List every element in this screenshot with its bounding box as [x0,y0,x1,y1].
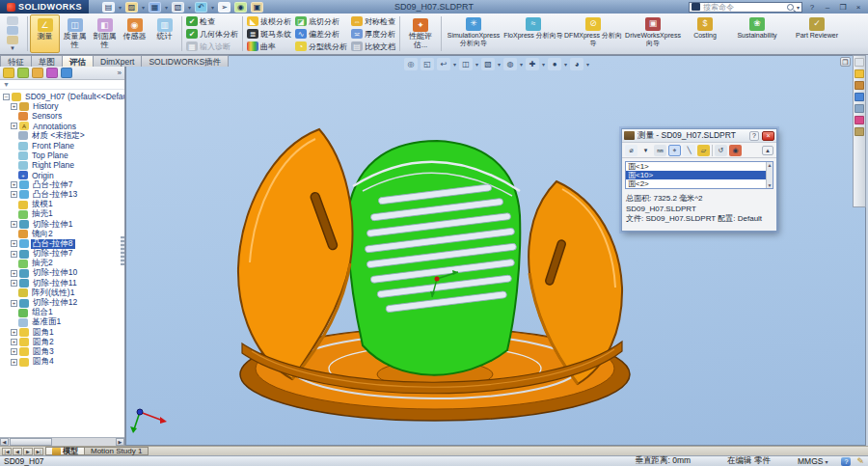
measure-list-scrollbar[interactable]: ▲▼ [766,162,773,188]
tab-DimXpert[interactable]: DimXpert [93,55,142,67]
previous-view-icon[interactable]: ↩ [437,58,450,70]
measure-close-button[interactable]: × [762,131,774,141]
tree-item[interactable]: 基准面1 [0,317,124,327]
headsup-dropdown-icon[interactable]: ▾ [498,61,501,68]
tree-item[interactable]: +凸台-拉伸7 [0,180,124,190]
ribbon-check-button[interactable]: ✔检查 [186,15,238,27]
ribbon-undercut-analysis-button[interactable]: ◪底切分析 [295,15,347,27]
expand-toggle-icon[interactable]: + [11,359,17,366]
ribbon-statistics-button[interactable]: ▥统计 [149,14,179,53]
doc-restore-button[interactable]: ❒ [840,57,851,67]
tree-item[interactable]: +圆角2 [0,338,124,347]
quick-access-dropdown-icon[interactable]: ▾ [188,4,191,11]
measure-help-button[interactable]: ? [749,131,759,141]
hide-show-items-icon[interactable]: ✚ [526,58,539,70]
tree-item[interactable]: +圆角3 [0,347,124,357]
expand-toggle-icon[interactable]: + [11,348,17,355]
ribbon-driveworksxpress-button[interactable]: ▣DriveWorksXpress 向导 [623,14,683,53]
new-document-icon[interactable]: ▤ [102,2,115,13]
tab-草图[interactable]: 草图 [31,55,63,67]
model-3d-view[interactable] [126,56,866,446]
search-commands-input[interactable]: 搜索命令 ▾ [689,2,802,13]
headsup-dropdown-icon[interactable]: ▾ [453,61,456,68]
undo-icon[interactable]: ↶ [195,2,207,13]
dimxpertmanager-icon[interactable] [46,68,58,78]
display-style-icon[interactable]: ◍ [503,58,517,70]
view-palette-icon[interactable] [854,104,864,113]
quick-access-dropdown-icon[interactable]: ▾ [119,4,122,11]
tree-item[interactable]: +切除-拉伸10 [0,268,124,278]
custom-properties-icon[interactable] [854,127,864,136]
tree-item[interactable]: 镜向2 [0,230,124,239]
expand-toggle-icon[interactable]: – [3,94,10,100]
expand-toggle-icon[interactable]: + [11,251,17,258]
strip-flyout-icon[interactable]: ▼ [10,45,15,51]
panel-splitter-handle[interactable] [121,236,124,265]
tab-nav-next-icon[interactable]: ▶ [23,448,33,455]
ribbon-zebra-stripes-button[interactable]: ≣斑马条纹 [247,28,291,40]
tree-item-selected[interactable]: +凸台-拉伸8 [0,239,124,249]
tab-nav-first-icon[interactable]: |◀ [2,448,12,455]
ribbon-section-properties-button[interactable]: ◧剖面属性 [90,14,120,53]
headsup-dropdown-icon[interactable]: ▾ [542,61,545,68]
tree-item[interactable]: Front Plane [0,141,124,151]
tree-item[interactable]: Sensors [0,111,124,121]
ribbon-performance-evaluation-button[interactable]: ✦性能评估... [402,14,439,53]
design-library-icon[interactable] [854,81,864,90]
quick-access-dropdown-icon[interactable]: ▾ [211,4,214,11]
scroll-right-icon[interactable]: ▶ [116,438,124,446]
tab-model[interactable]: 模型 [45,447,85,455]
tree-item[interactable]: +History [0,101,124,111]
ribbon-dfmxpress-button[interactable]: ⊘DFMXpress 分析向导 [563,14,623,53]
unit-system-selector[interactable]: MMGS ▾ [798,456,827,466]
headsup-dropdown-icon[interactable]: ▾ [475,61,478,68]
ribbon-thickness-analysis-button[interactable]: ≍厚度分析 [351,28,395,40]
show-xyz-icon[interactable]: ⌖ [668,145,681,156]
minimize-button[interactable]: – [822,3,833,12]
expand-toggle-icon[interactable]: + [11,103,17,110]
measure-dialog[interactable]: 测量 - SD09_H07.SLDPRT ? × ⌀▾㎜⌖╲▱↺◉▲ 面<1>面… [621,128,777,232]
quick-tips-icon[interactable]: ✎ [856,456,864,466]
tab-特征[interactable]: 特征 [0,55,32,67]
search-dropdown-icon[interactable]: ▾ [797,4,800,11]
dropdown-arrow-icon[interactable]: ▾ [639,145,652,156]
status-help-icon[interactable]: ? [841,457,851,466]
projected-on-icon[interactable]: ▱ [697,145,710,156]
tree-filter-row[interactable]: ▼ [0,80,124,90]
ribbon-simulationxpress-button[interactable]: ✳SimulationXpress 分析向导 [444,14,503,53]
appearances-icon[interactable] [854,116,864,124]
ribbon-curvature-button[interactable]: 曲率 [247,41,291,52]
strip-tool-icon[interactable] [7,26,18,35]
measure-selection-list[interactable]: 面<1>面<10>面<2>▲▼ [625,161,773,189]
ribbon-sensor-button[interactable]: ◉传感器 [120,14,149,53]
ribbon-symmetry-check-button[interactable]: ⇔对称检查 [351,15,395,27]
tree-item[interactable]: –SD09_H07 (Default<<Default>... [0,92,124,101]
graphics-viewport[interactable]: ◎◱↩▾◫▾▧▾◍▾✚▾●▾◕▾ ❒ × [125,55,866,446]
expand-toggle-icon[interactable]: + [11,300,17,307]
expand-toggle-icon[interactable]: + [11,240,17,247]
scroll-up-icon[interactable]: ▲ [768,162,773,168]
tree-item[interactable]: 抽壳1 [0,209,124,219]
expand-toggle-icon[interactable]: + [11,221,17,228]
scroll-left-icon[interactable]: ◀ [0,438,9,446]
ribbon-deviation-analysis-button[interactable]: ∿偏差分析 [295,28,347,40]
tree-item[interactable]: 材质 <未指定> [0,131,124,141]
strip-tool-icon[interactable] [7,36,18,44]
solidworks-resources-icon[interactable] [854,69,864,78]
headsup-dropdown-icon[interactable]: ▾ [586,61,589,68]
measure-selection-row[interactable]: 面<2> [626,179,773,188]
tree-item[interactable]: 抽壳2 [0,259,124,268]
edit-appearance-icon[interactable]: ● [548,58,561,70]
tree-item[interactable]: +凸台-拉伸13 [0,190,124,200]
expand-toggle-icon[interactable]: + [11,280,17,287]
arc-circle-measure-icon[interactable]: ⌀ [625,145,637,156]
zoom-fit-icon[interactable]: ◎ [404,58,418,70]
scene-icon[interactable]: ◕ [570,58,583,70]
tree-item[interactable]: +圆角4 [0,357,124,367]
tree-item[interactable]: 组合1 [0,308,124,317]
ribbon-parting-line-analysis-button[interactable]: ◔分型线分析 [295,41,347,52]
view-orientation-icon[interactable]: ▧ [481,58,495,70]
expand-toggle-icon[interactable]: + [11,181,17,188]
panel-overflow-icon[interactable]: » [118,69,122,77]
scroll-down-icon[interactable]: ▼ [768,182,773,188]
